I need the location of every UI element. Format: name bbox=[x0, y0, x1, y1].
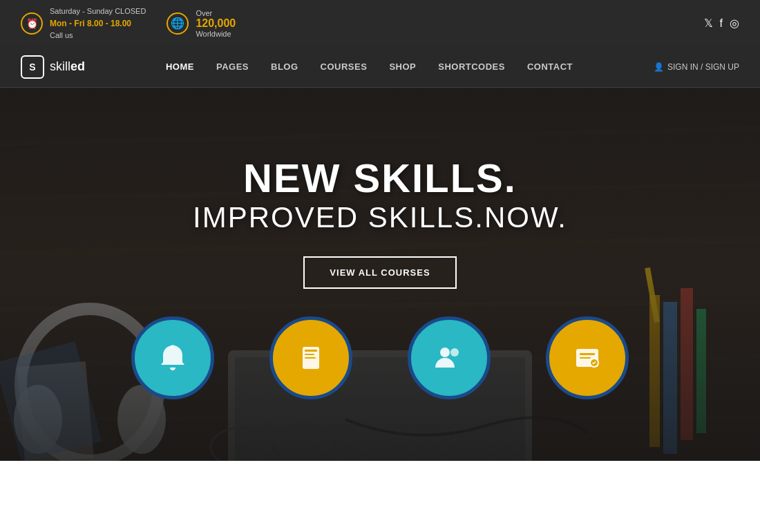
logo-icon: S bbox=[21, 55, 44, 79]
nav-link-courses[interactable]: COURSES bbox=[310, 48, 379, 86]
hero-title-sub: IMPROVED SKILLS.NOW. bbox=[193, 200, 567, 235]
feature-circle-4 bbox=[546, 316, 629, 399]
book-svg bbox=[293, 340, 329, 376]
people-svg bbox=[431, 340, 467, 376]
call-label: Call us bbox=[50, 30, 146, 41]
feature-circle-2 bbox=[269, 316, 352, 399]
nav-item-shop[interactable]: SHOP bbox=[378, 48, 427, 86]
hero-section: NEW SKILLS. IMPROVED SKILLS.NOW. VIEW AL… bbox=[0, 88, 760, 461]
globe-text: Over 120,000 Worldwide bbox=[196, 9, 236, 38]
nav-item-contact[interactable]: CONTACT bbox=[516, 48, 584, 86]
schedule-line1: Saturday - Sunday CLOSED bbox=[50, 6, 146, 17]
nav-item-blog[interactable]: BLOG bbox=[260, 48, 310, 86]
svg-rect-25 bbox=[305, 350, 317, 352]
facebook-icon[interactable]: f bbox=[720, 17, 723, 30]
great-teachers-icon bbox=[408, 316, 491, 399]
svg-rect-32 bbox=[580, 357, 591, 359]
svg-point-29 bbox=[450, 348, 459, 357]
signin-button[interactable]: 👤 SIGN IN / SIGN UP bbox=[654, 62, 739, 72]
view-all-courses-button[interactable]: VIEW ALL COURSES bbox=[303, 256, 456, 289]
instagram-icon[interactable]: ◎ bbox=[730, 17, 739, 30]
logo[interactable]: S skilled bbox=[21, 55, 85, 79]
clock-icon: ⏰ bbox=[21, 12, 43, 35]
feature-circle-1 bbox=[131, 316, 214, 399]
schedule-text: Saturday - Sunday CLOSED Mon - Fri 8.00 … bbox=[50, 6, 146, 41]
top-bar-info: ⏰ Saturday - Sunday CLOSED Mon - Fri 8.0… bbox=[21, 6, 236, 41]
svg-rect-26 bbox=[305, 354, 314, 355]
nav-item-home[interactable]: HOME bbox=[155, 48, 205, 86]
nav-menu: HOME PAGES BLOG COURSES SHOP SHORTCODES … bbox=[155, 48, 584, 86]
books-library-icon bbox=[269, 316, 352, 399]
globe-number: 120,000 bbox=[196, 17, 236, 30]
features-circles bbox=[0, 316, 760, 399]
nav-link-blog[interactable]: BLOG bbox=[260, 48, 310, 86]
svg-point-28 bbox=[440, 348, 450, 357]
hero-title-main: NEW SKILLS. bbox=[193, 156, 567, 200]
feature-circle-3 bbox=[408, 316, 491, 399]
nav-item-pages[interactable]: PAGES bbox=[205, 48, 260, 86]
nav-link-shop[interactable]: SHOP bbox=[378, 48, 427, 86]
nav-link-shortcodes[interactable]: SHORTCODES bbox=[427, 48, 516, 86]
schedule-line2: Mon - Fri 8.00 - 18.00 bbox=[50, 17, 146, 30]
globe-worldwide: Worldwide bbox=[196, 30, 236, 38]
bell-svg bbox=[155, 340, 191, 376]
svg-rect-27 bbox=[305, 357, 316, 359]
globe-info: 🌐 Over 120,000 Worldwide bbox=[167, 9, 236, 38]
signin-label: SIGN IN / SIGN UP bbox=[667, 62, 739, 72]
nav-link-home[interactable]: HOME bbox=[155, 48, 205, 86]
cert-svg bbox=[569, 340, 605, 376]
online-courses-icon bbox=[131, 316, 214, 399]
user-icon: 👤 bbox=[654, 62, 664, 72]
nav-link-contact[interactable]: CONTACT bbox=[516, 48, 584, 86]
nav-item-courses[interactable]: COURSES bbox=[310, 48, 379, 86]
social-icons: 𝕏 f ◎ bbox=[704, 17, 739, 30]
logo-letter: S bbox=[29, 61, 35, 73]
nav-item-shortcodes[interactable]: SHORTCODES bbox=[427, 48, 516, 86]
svg-point-23 bbox=[171, 345, 175, 349]
logo-text: skilled bbox=[50, 59, 85, 74]
top-bar: ⏰ Saturday - Sunday CLOSED Mon - Fri 8.0… bbox=[0, 0, 760, 46]
schedule-info: ⏰ Saturday - Sunday CLOSED Mon - Fri 8.0… bbox=[21, 6, 146, 41]
navbar: S skilled HOME PAGES BLOG COURSES SHOP S… bbox=[0, 46, 760, 88]
twitter-icon[interactable]: 𝕏 bbox=[704, 17, 713, 30]
features-section: ONLINE COURSES Whether you stay with us … bbox=[0, 461, 760, 532]
globe-over: Over bbox=[196, 9, 236, 17]
certification-icon bbox=[546, 316, 629, 399]
nav-link-pages[interactable]: PAGES bbox=[205, 48, 260, 86]
svg-rect-31 bbox=[580, 353, 595, 355]
hero-content: NEW SKILLS. IMPROVED SKILLS.NOW. VIEW AL… bbox=[193, 156, 567, 288]
globe-icon: 🌐 bbox=[167, 12, 189, 35]
